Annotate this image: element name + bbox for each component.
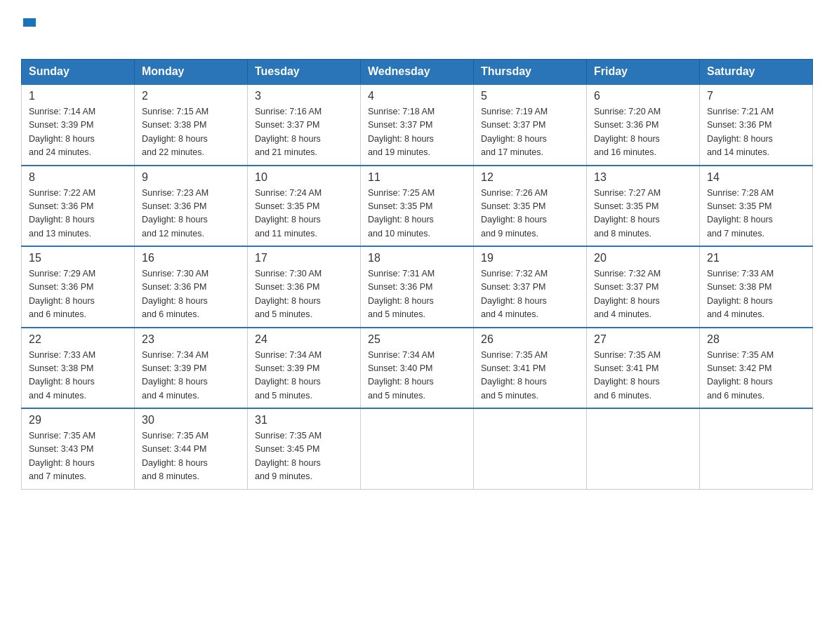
day-info: Sunrise: 7:30 AM Sunset: 3:36 PM Dayligh…: [142, 267, 240, 322]
calendar-week-row: 8 Sunrise: 7:22 AM Sunset: 3:36 PM Dayli…: [22, 166, 813, 247]
calendar-header-wednesday: Wednesday: [361, 60, 474, 85]
calendar-cell: 20 Sunrise: 7:32 AM Sunset: 3:37 PM Dayl…: [587, 246, 700, 328]
calendar-week-row: 29 Sunrise: 7:35 AM Sunset: 3:43 PM Dayl…: [22, 408, 813, 489]
day-info: Sunrise: 7:29 AM Sunset: 3:36 PM Dayligh…: [29, 267, 127, 322]
calendar-cell: 23 Sunrise: 7:34 AM Sunset: 3:39 PM Dayl…: [135, 328, 248, 409]
calendar-cell: 18 Sunrise: 7:31 AM Sunset: 3:36 PM Dayl…: [361, 246, 474, 328]
day-number: 2: [142, 90, 240, 102]
day-number: 15: [29, 252, 127, 264]
day-info: Sunrise: 7:35 AM Sunset: 3:44 PM Dayligh…: [142, 429, 240, 484]
calendar-cell: 11 Sunrise: 7:25 AM Sunset: 3:35 PM Dayl…: [361, 166, 474, 247]
day-number: 27: [594, 333, 692, 346]
day-number: 24: [255, 333, 353, 346]
calendar-cell: 29 Sunrise: 7:35 AM Sunset: 3:43 PM Dayl…: [22, 408, 135, 489]
calendar-cell: 15 Sunrise: 7:29 AM Sunset: 3:36 PM Dayl…: [22, 246, 135, 328]
day-number: 6: [594, 90, 692, 102]
calendar-cell: [474, 408, 587, 489]
calendar-cell: 6 Sunrise: 7:20 AM Sunset: 3:36 PM Dayli…: [587, 84, 700, 166]
day-number: 20: [594, 252, 692, 264]
day-number: 14: [707, 171, 805, 184]
day-info: Sunrise: 7:23 AM Sunset: 3:36 PM Dayligh…: [142, 187, 240, 241]
day-info: Sunrise: 7:20 AM Sunset: 3:36 PM Dayligh…: [594, 105, 692, 160]
calendar-week-row: 22 Sunrise: 7:33 AM Sunset: 3:38 PM Dayl…: [22, 328, 813, 409]
calendar-cell: 26 Sunrise: 7:35 AM Sunset: 3:41 PM Dayl…: [474, 328, 587, 409]
calendar-header-monday: Monday: [135, 60, 248, 85]
day-number: 25: [368, 333, 466, 346]
day-number: 1: [29, 90, 127, 102]
calendar-cell: 3 Sunrise: 7:16 AM Sunset: 3:37 PM Dayli…: [248, 84, 361, 166]
day-info: Sunrise: 7:27 AM Sunset: 3:35 PM Dayligh…: [594, 187, 692, 241]
day-number: 22: [29, 333, 127, 346]
day-info: Sunrise: 7:35 AM Sunset: 3:45 PM Dayligh…: [255, 429, 353, 484]
day-number: 28: [707, 333, 805, 346]
calendar-header-sunday: Sunday: [22, 60, 135, 85]
calendar-header-thursday: Thursday: [474, 60, 587, 85]
day-info: Sunrise: 7:18 AM Sunset: 3:37 PM Dayligh…: [368, 105, 466, 160]
calendar-cell: [587, 408, 700, 489]
calendar-cell: [700, 408, 813, 489]
calendar-cell: 17 Sunrise: 7:30 AM Sunset: 3:36 PM Dayl…: [248, 246, 361, 328]
calendar-week-row: 15 Sunrise: 7:29 AM Sunset: 3:36 PM Dayl…: [22, 246, 813, 328]
day-number: 19: [481, 252, 579, 264]
calendar-cell: 16 Sunrise: 7:30 AM Sunset: 3:36 PM Dayl…: [135, 246, 248, 328]
day-number: 11: [368, 171, 466, 184]
day-number: 13: [594, 171, 692, 184]
day-number: 16: [142, 252, 240, 264]
day-info: Sunrise: 7:24 AM Sunset: 3:35 PM Dayligh…: [255, 187, 353, 241]
day-number: 17: [255, 252, 353, 264]
logo-triangle-icon: [23, 18, 36, 27]
day-number: 4: [368, 90, 466, 102]
calendar-cell: [361, 408, 474, 489]
day-info: Sunrise: 7:26 AM Sunset: 3:35 PM Dayligh…: [481, 187, 579, 241]
day-info: Sunrise: 7:16 AM Sunset: 3:37 PM Dayligh…: [255, 105, 353, 160]
logo: [21, 14, 36, 46]
day-number: 3: [255, 90, 353, 102]
day-info: Sunrise: 7:35 AM Sunset: 3:41 PM Dayligh…: [481, 349, 579, 403]
day-info: Sunrise: 7:33 AM Sunset: 3:38 PM Dayligh…: [707, 267, 805, 322]
day-info: Sunrise: 7:21 AM Sunset: 3:36 PM Dayligh…: [707, 105, 805, 160]
day-number: 29: [29, 414, 127, 427]
day-number: 18: [368, 252, 466, 264]
day-info: Sunrise: 7:35 AM Sunset: 3:43 PM Dayligh…: [29, 429, 127, 484]
calendar-cell: 28 Sunrise: 7:35 AM Sunset: 3:42 PM Dayl…: [700, 328, 813, 409]
day-info: Sunrise: 7:35 AM Sunset: 3:42 PM Dayligh…: [707, 349, 805, 403]
logo-blue-text: [21, 27, 22, 46]
day-info: Sunrise: 7:34 AM Sunset: 3:39 PM Dayligh…: [142, 349, 240, 403]
day-info: Sunrise: 7:32 AM Sunset: 3:37 PM Dayligh…: [594, 267, 692, 322]
calendar-cell: 21 Sunrise: 7:33 AM Sunset: 3:38 PM Dayl…: [700, 246, 813, 328]
calendar-cell: 5 Sunrise: 7:19 AM Sunset: 3:37 PM Dayli…: [474, 84, 587, 166]
day-info: Sunrise: 7:34 AM Sunset: 3:39 PM Dayligh…: [255, 349, 353, 403]
day-info: Sunrise: 7:15 AM Sunset: 3:38 PM Dayligh…: [142, 105, 240, 160]
calendar-cell: 19 Sunrise: 7:32 AM Sunset: 3:37 PM Dayl…: [474, 246, 587, 328]
day-info: Sunrise: 7:30 AM Sunset: 3:36 PM Dayligh…: [255, 267, 353, 322]
calendar-body: 1 Sunrise: 7:14 AM Sunset: 3:39 PM Dayli…: [22, 84, 813, 489]
day-info: Sunrise: 7:33 AM Sunset: 3:38 PM Dayligh…: [29, 349, 127, 403]
day-info: Sunrise: 7:22 AM Sunset: 3:36 PM Dayligh…: [29, 187, 127, 241]
calendar-cell: 12 Sunrise: 7:26 AM Sunset: 3:35 PM Dayl…: [474, 166, 587, 247]
day-number: 23: [142, 333, 240, 346]
calendar-header-tuesday: Tuesday: [248, 60, 361, 85]
calendar-week-row: 1 Sunrise: 7:14 AM Sunset: 3:39 PM Dayli…: [22, 84, 813, 166]
calendar-cell: 25 Sunrise: 7:34 AM Sunset: 3:40 PM Dayl…: [361, 328, 474, 409]
calendar-header-friday: Friday: [587, 60, 700, 85]
day-info: Sunrise: 7:31 AM Sunset: 3:36 PM Dayligh…: [368, 267, 466, 322]
day-number: 10: [255, 171, 353, 184]
calendar-cell: 24 Sunrise: 7:34 AM Sunset: 3:39 PM Dayl…: [248, 328, 361, 409]
calendar-header-saturday: Saturday: [700, 60, 813, 85]
day-info: Sunrise: 7:32 AM Sunset: 3:37 PM Dayligh…: [481, 267, 579, 322]
calendar-cell: 30 Sunrise: 7:35 AM Sunset: 3:44 PM Dayl…: [135, 408, 248, 489]
calendar-cell: 14 Sunrise: 7:28 AM Sunset: 3:35 PM Dayl…: [700, 166, 813, 247]
day-info: Sunrise: 7:14 AM Sunset: 3:39 PM Dayligh…: [29, 105, 127, 160]
page-header: [21, 14, 813, 46]
calendar-cell: 2 Sunrise: 7:15 AM Sunset: 3:38 PM Dayli…: [135, 84, 248, 166]
day-number: 12: [481, 171, 579, 184]
calendar-cell: 13 Sunrise: 7:27 AM Sunset: 3:35 PM Dayl…: [587, 166, 700, 247]
calendar-cell: 31 Sunrise: 7:35 AM Sunset: 3:45 PM Dayl…: [248, 408, 361, 489]
calendar-cell: 22 Sunrise: 7:33 AM Sunset: 3:38 PM Dayl…: [22, 328, 135, 409]
calendar-cell: 4 Sunrise: 7:18 AM Sunset: 3:37 PM Dayli…: [361, 84, 474, 166]
day-number: 9: [142, 171, 240, 184]
calendar-cell: 10 Sunrise: 7:24 AM Sunset: 3:35 PM Dayl…: [248, 166, 361, 247]
day-number: 8: [29, 171, 127, 184]
calendar-cell: 9 Sunrise: 7:23 AM Sunset: 3:36 PM Dayli…: [135, 166, 248, 247]
calendar-table: SundayMondayTuesdayWednesdayThursdayFrid…: [21, 59, 813, 490]
